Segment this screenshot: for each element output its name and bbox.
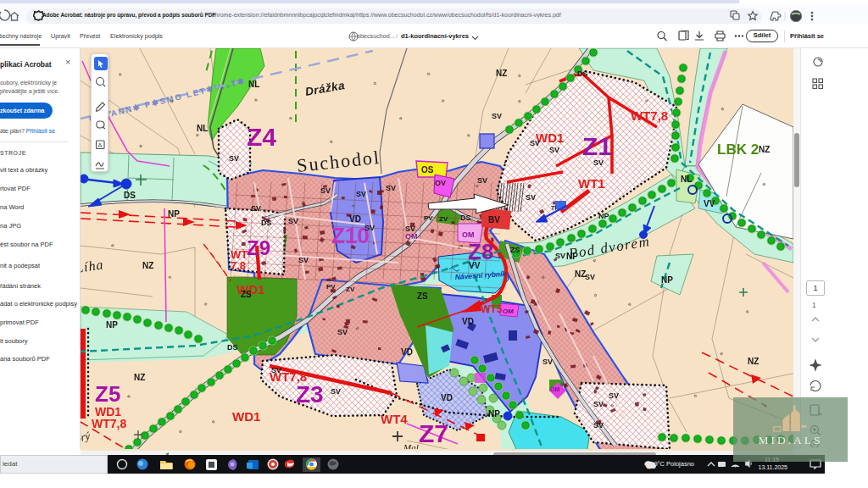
svg-text:SV: SV [492, 112, 502, 120]
svg-text:NP: NP [106, 320, 118, 330]
svg-text:NZ: NZ [134, 373, 145, 382]
svg-text:DS: DS [227, 343, 238, 352]
svg-text:NZ: NZ [759, 145, 770, 154]
svg-text:NZ: NZ [748, 357, 759, 366]
svg-text:WT7,8: WT7,8 [92, 417, 126, 430]
svg-text:Z3: Z3 [296, 381, 324, 408]
svg-text:SV: SV [271, 366, 281, 374]
svg-text:NL: NL [248, 80, 259, 89]
svg-text:NP: NP [168, 209, 180, 219]
svg-text:OS: OS [421, 165, 434, 175]
svg-text:SV: SV [251, 204, 261, 213]
svg-text:VV: VV [469, 261, 481, 270]
svg-text:A: A [97, 141, 103, 149]
svg-text:VV: VV [704, 199, 715, 208]
svg-text:OM: OM [405, 232, 418, 241]
svg-text:VD: VD [349, 214, 361, 224]
svg-text:SV: SV [526, 193, 536, 202]
svg-text:7,8: 7,8 [231, 259, 246, 272]
svg-text:SV: SV [585, 273, 595, 281]
svg-text:Z7: Z7 [419, 419, 448, 447]
svg-text:DS: DS [261, 219, 272, 227]
svg-text:WT1: WT1 [578, 176, 605, 191]
svg-text:NZ: NZ [575, 269, 586, 279]
svg-text:VD: VD [462, 317, 474, 326]
svg-text:NL: NL [197, 124, 208, 133]
svg-text:DS: DS [124, 191, 136, 200]
svg-text:NZ: NZ [142, 261, 153, 270]
svg-text:OM: OM [550, 386, 559, 392]
svg-text:WT5: WT5 [481, 303, 503, 315]
svg-text:BV: BV [488, 215, 500, 225]
svg-text:SV: SV [364, 224, 375, 232]
svg-text:SV: SV [530, 139, 540, 147]
svg-text:NP: NP [598, 212, 609, 220]
svg-text:DS: DS [460, 214, 471, 222]
svg-text:SV: SV [593, 158, 604, 167]
svg-text:WT4: WT4 [381, 412, 408, 426]
svg-text:SV: SV [288, 217, 298, 225]
svg-text:SV: SV [337, 328, 348, 336]
svg-text:NP: NP [661, 275, 673, 285]
svg-text:Z5: Z5 [95, 381, 120, 407]
svg-text:SV: SV [609, 391, 619, 400]
svg-text:NP: NP [566, 252, 578, 261]
svg-text:SV: SV [555, 252, 565, 260]
svg-text:PV: PV [326, 283, 336, 291]
svg-text:NL: NL [681, 175, 692, 184]
svg-text:Z1: Z1 [582, 132, 612, 160]
svg-text:DS: DS [577, 69, 588, 78]
svg-text:ZV: ZV [439, 215, 448, 223]
svg-text:Z9: Z9 [247, 236, 270, 259]
svg-text:Z4: Z4 [247, 123, 276, 151]
svg-text:ZV: ZV [346, 286, 355, 293]
svg-text:NZ: NZ [496, 69, 507, 78]
svg-text:ZS: ZS [510, 246, 520, 254]
svg-text:ZS: ZS [241, 290, 252, 299]
svg-text:WT7,8: WT7,8 [631, 108, 668, 123]
svg-text:VD: VD [401, 347, 413, 357]
svg-text:OV: OV [435, 179, 446, 187]
svg-text:SV: SV [386, 184, 396, 192]
svg-text:Mal: Mal [403, 442, 419, 449]
svg-text:LBK 2: LBK 2 [717, 141, 759, 158]
svg-text:SV: SV [542, 358, 553, 366]
svg-text:SV: SV [229, 154, 239, 163]
svg-text:SV: SV [356, 190, 366, 198]
svg-text:SV: SV [593, 421, 604, 430]
svg-text:Tl: Tl [551, 205, 556, 211]
svg-text:PV: PV [424, 214, 433, 222]
svg-text:ZS: ZS [417, 291, 428, 301]
svg-text:SV: SV [477, 176, 487, 185]
svg-text:SV: SV [320, 186, 331, 195]
svg-text:SV: SV [331, 387, 341, 396]
svg-text:SV: SV [593, 400, 604, 408]
svg-text:OM: OM [503, 308, 514, 315]
svg-text:OM: OM [462, 230, 475, 239]
svg-text:VD: VD [441, 393, 453, 402]
svg-text:SV: SV [549, 146, 559, 154]
svg-text:WD1: WD1 [232, 409, 260, 424]
svg-text:NP: NP [488, 409, 500, 419]
svg-text:SV: SV [298, 256, 309, 264]
